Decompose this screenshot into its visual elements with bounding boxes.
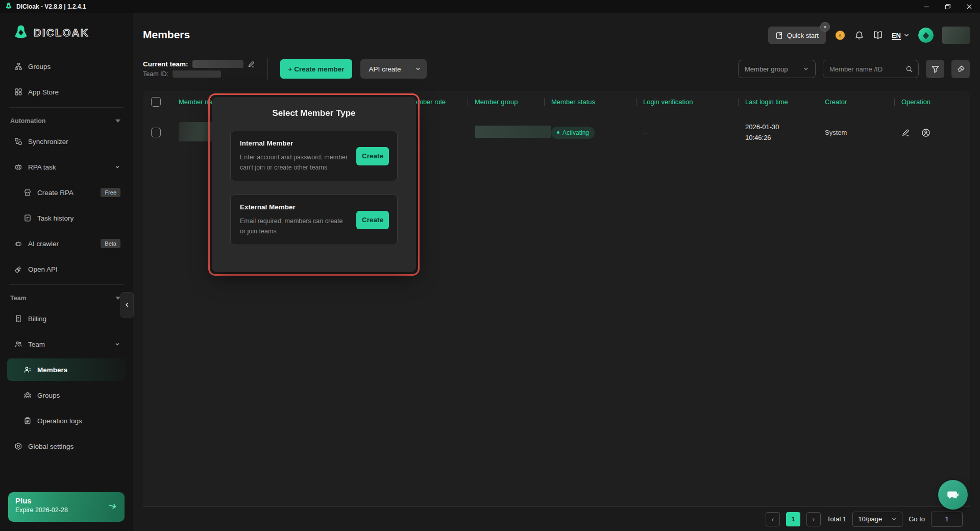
sidebar-item-label: Open API — [28, 266, 58, 273]
sidebar-item-create-rpa[interactable]: Create RPA Free — [7, 181, 126, 204]
collapse-triangle-icon — [115, 297, 120, 300]
option-description: Enter account and password; member can't… — [240, 152, 350, 173]
create-member-button[interactable]: + Create member — [280, 59, 353, 79]
internal-member-option[interactable]: Internal Member Enter account and passwo… — [230, 131, 398, 181]
sidebar-item-team[interactable]: Team — [7, 333, 126, 355]
sidebar-nav: Groups App Store Automation Synchronizer… — [0, 52, 133, 492]
app-title: DICloak - V2.8.8 | 1.2.4.1 — [16, 3, 86, 10]
member-group-select[interactable]: Member group — [738, 60, 816, 78]
login-verification-cell: -- — [643, 129, 745, 136]
sidebar-section-team[interactable]: Team — [7, 289, 126, 307]
team-icon — [14, 340, 22, 348]
page-header: Members Quick start × $ EN — [133, 13, 980, 44]
select-all-checkbox[interactable] — [151, 97, 161, 107]
sidebar-item-global-settings[interactable]: Global settings — [7, 435, 126, 457]
sidebar-item-synchronizer[interactable]: Synchronizer — [7, 130, 126, 153]
quick-start-close-button[interactable]: × — [820, 22, 830, 32]
creator-cell: System — [825, 129, 901, 136]
sidebar-section-automation[interactable]: Automation — [7, 112, 126, 130]
external-member-option[interactable]: External Member Email required; members … — [230, 195, 398, 245]
search-icon[interactable] — [905, 65, 913, 73]
clear-filters-brush-button[interactable] — [951, 60, 970, 78]
restore-icon — [945, 4, 951, 10]
robot-icon — [14, 163, 22, 171]
close-button[interactable] — [959, 0, 980, 13]
api-create-split-button[interactable]: API create — [360, 59, 427, 79]
external-create-button[interactable]: Create — [356, 211, 389, 229]
column-header: Creator — [825, 98, 901, 106]
current-page-button[interactable]: 1 — [786, 512, 800, 526]
account-name-redacted[interactable] — [942, 27, 970, 44]
chevron-down-icon — [803, 66, 809, 72]
sidebar-item-operation-logs[interactable]: Operation logs — [7, 409, 126, 432]
chat-bubble-icon — [945, 487, 961, 502]
internal-create-button[interactable]: Create — [356, 147, 389, 165]
chevron-down-icon — [114, 164, 120, 170]
sidebar-item-groups-top[interactable]: Groups — [7, 55, 126, 78]
goto-page-input[interactable] — [931, 512, 963, 527]
sidebar-item-label: Task history — [37, 214, 74, 222]
sidebar-item-ai-crawler[interactable]: AI crawler Beta — [7, 232, 126, 255]
api-create-dropdown-button[interactable] — [409, 66, 427, 72]
api-create-label[interactable]: API create — [360, 65, 409, 73]
people-group-icon — [23, 391, 32, 399]
total-count-label: Total 1 — [827, 515, 846, 523]
goto-label: Go to — [909, 515, 925, 523]
sidebar-item-label: RPA task — [28, 163, 56, 171]
row-checkbox[interactable] — [151, 128, 161, 137]
chevron-down-icon — [891, 516, 897, 522]
page-size-select[interactable]: 10/page — [852, 512, 902, 527]
filter-button[interactable] — [926, 60, 944, 78]
chevron-down-icon — [415, 66, 421, 72]
restore-button[interactable] — [937, 0, 959, 13]
team-id-redacted — [173, 70, 221, 78]
brush-icon — [957, 65, 965, 74]
member-search-input[interactable] — [829, 65, 901, 73]
quick-start-button[interactable]: Quick start × — [768, 27, 826, 44]
prev-page-button[interactable]: ‹ — [766, 512, 780, 526]
operation-cell — [901, 128, 970, 137]
plan-expire: Expire 2026-02-28 — [15, 506, 117, 514]
rewards-coin-icon[interactable]: $ — [835, 30, 846, 41]
next-page-button[interactable]: › — [806, 512, 821, 526]
sidebar-item-groups[interactable]: Groups — [7, 384, 126, 406]
document-icon — [23, 214, 32, 222]
sidebar-item-open-api[interactable]: Open API — [7, 258, 126, 280]
support-chat-button[interactable] — [938, 480, 968, 510]
sidebar-item-label: App Store — [28, 88, 59, 96]
sidebar-item-label: Operation logs — [37, 417, 82, 425]
modal-title: Select Member Type — [230, 108, 398, 118]
clipboard-icon — [23, 417, 32, 425]
sidebar-item-members[interactable]: Members — [7, 358, 126, 381]
minimize-button[interactable] — [916, 0, 937, 13]
edit-pencil-icon[interactable] — [248, 60, 255, 68]
member-profile-icon[interactable] — [921, 128, 930, 137]
brand-logo-icon — [13, 24, 29, 41]
last-login-time: 10:46:26 — [745, 133, 825, 143]
plus-subscription-card[interactable]: Plus Expire 2026-02-28 — [8, 492, 125, 522]
edit-member-icon[interactable] — [901, 128, 910, 137]
language-selector[interactable]: EN — [892, 32, 910, 39]
column-header: Login verification — [643, 98, 745, 106]
column-header: Operation — [901, 98, 970, 106]
language-label: EN — [892, 32, 901, 39]
sidebar-item-app-store[interactable]: App Store — [7, 81, 126, 103]
sidebar-collapse-handle[interactable] — [120, 292, 134, 318]
status-badge: Activating — [551, 127, 595, 139]
team-id-label: Team ID: — [143, 70, 168, 78]
notifications-bell-icon[interactable] — [854, 31, 864, 40]
section-label: Automation — [10, 117, 45, 125]
sidebar-item-task-history[interactable]: Task history — [7, 207, 126, 229]
avatar[interactable] — [918, 28, 934, 43]
sidebar: DICLOAK Groups App Store Automation Sync… — [0, 13, 133, 531]
page-title: Members — [143, 29, 190, 41]
sidebar-item-billing[interactable]: Billing — [7, 307, 126, 330]
sidebar-item-rpa-task[interactable]: RPA task — [7, 156, 126, 178]
app-logo-icon — [5, 2, 12, 11]
section-label: Team — [10, 295, 27, 302]
docs-book-icon[interactable] — [873, 30, 883, 40]
page-size-value: 10/page — [858, 515, 882, 523]
member-group-redacted — [475, 126, 551, 138]
last-login-date: 2026-01-30 — [745, 122, 825, 132]
sidebar-item-label: Create RPA — [37, 189, 74, 197]
